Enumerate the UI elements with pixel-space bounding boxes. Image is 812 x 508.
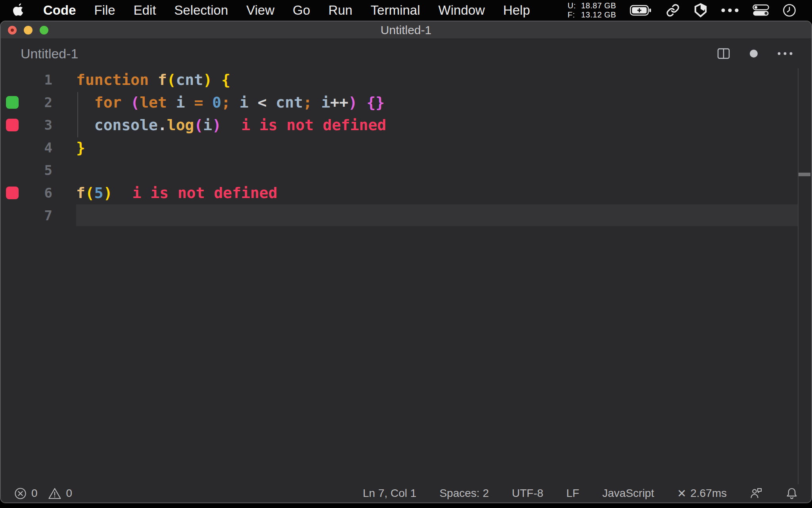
close-button[interactable] xyxy=(8,26,17,35)
menu-item-selection[interactable]: Selection xyxy=(165,3,237,18)
line-number: 2 xyxy=(1,94,52,110)
inline-error-annotation: i is not defined xyxy=(241,116,386,134)
menubar-left: CodeFileEditSelectionViewGoRunTerminalWi… xyxy=(0,3,539,18)
code-line-2[interactable]: 2 for (let i = 0; i < cnt; i++) {} xyxy=(1,91,811,114)
apple-menu-icon[interactable] xyxy=(13,3,25,17)
menu-item-window[interactable]: Window xyxy=(429,3,494,18)
inline-error-annotation: i is not defined xyxy=(132,184,278,202)
code-line-1[interactable]: 1function f(cnt) { xyxy=(1,68,811,91)
warning-icon xyxy=(48,487,61,500)
clock-icon[interactable] xyxy=(783,4,796,17)
problems-status[interactable]: 0 0 xyxy=(14,487,78,500)
line-number: 3 xyxy=(1,117,52,133)
feedback-icon[interactable] xyxy=(750,487,763,500)
menu-item-view[interactable]: View xyxy=(237,3,283,18)
statusbar-right: Ln 7, Col 1 Spaces: 2 UTF-8 LF JavaScrip… xyxy=(363,487,798,500)
memory-used-value: 18.87 GB xyxy=(581,1,616,10)
indent-guide xyxy=(77,92,78,137)
editor-actions xyxy=(717,47,793,60)
memory-used-label: U: xyxy=(567,1,581,10)
macos-menubar: CodeFileEditSelectionViewGoRunTerminalWi… xyxy=(0,0,812,21)
line-number: 6 xyxy=(1,185,52,201)
warning-count: 0 xyxy=(66,487,73,500)
battery-charging-icon[interactable] xyxy=(630,4,652,16)
code-editor[interactable]: 1function f(cnt) {2 for (let i = 0; i < … xyxy=(1,68,811,484)
code-line-7[interactable]: 7 xyxy=(1,204,811,227)
perf-time: 2.67ms xyxy=(690,487,727,500)
error-count: 0 xyxy=(31,487,38,500)
minimize-button[interactable] xyxy=(24,26,33,35)
line-number: 5 xyxy=(1,162,52,178)
menu-item-go[interactable]: Go xyxy=(283,3,319,18)
menu-item-help[interactable]: Help xyxy=(494,3,539,18)
tab-untitled-1[interactable]: Untitled-1 xyxy=(21,46,79,62)
code-text: f(5)i is not defined xyxy=(76,184,278,202)
memory-free-label: F: xyxy=(567,10,581,19)
menu-item-terminal[interactable]: Terminal xyxy=(362,3,429,18)
console-ninja-status[interactable]: ✕ 2.67ms xyxy=(677,487,727,500)
line-number: 1 xyxy=(1,72,52,88)
memory-status: U:18.87 GB F:13.12 GB xyxy=(567,1,616,19)
vscode-window: Untitled-1 Untitled-1 1function f(cnt) {… xyxy=(0,21,812,503)
code-line-5[interactable]: 5 xyxy=(1,159,811,181)
eol-setting[interactable]: LF xyxy=(566,487,579,500)
cube-icon[interactable] xyxy=(694,3,707,17)
traffic-lights xyxy=(8,21,48,38)
window-title: Untitled-1 xyxy=(381,23,431,37)
control-center-icon[interactable] xyxy=(753,4,769,16)
ellipsis-icon[interactable] xyxy=(721,8,739,13)
encoding-setting[interactable]: UTF-8 xyxy=(512,487,543,500)
window-titlebar[interactable]: Untitled-1 xyxy=(1,21,811,39)
memory-free-value: 13.12 GB xyxy=(581,10,616,19)
zoom-button[interactable] xyxy=(40,26,48,35)
code-text: for (let i = 0; i < cnt; i++) {} xyxy=(76,94,385,111)
menubar-items: CodeFileEditSelectionViewGoRunTerminalWi… xyxy=(34,3,539,18)
menubar-right: U:18.87 GB F:13.12 GB xyxy=(567,1,812,19)
cursor-position[interactable]: Ln 7, Col 1 xyxy=(363,487,416,500)
code-text: } xyxy=(76,139,85,156)
menu-item-file[interactable]: File xyxy=(85,3,124,18)
menu-item-edit[interactable]: Edit xyxy=(124,3,165,18)
language-mode[interactable]: JavaScript xyxy=(602,487,654,500)
overview-ruler[interactable] xyxy=(798,68,799,484)
overview-ruler-marker xyxy=(799,173,810,176)
console-ninja-x-icon: ✕ xyxy=(677,487,686,500)
code-line-6[interactable]: 6f(5)i is not defined xyxy=(1,181,811,204)
code-text: function f(cnt) { xyxy=(76,71,230,89)
menu-item-run[interactable]: Run xyxy=(319,3,362,18)
link-icon[interactable] xyxy=(665,4,680,17)
notifications-bell-icon[interactable] xyxy=(786,487,798,500)
unsaved-dot-icon[interactable] xyxy=(749,49,758,58)
indentation-setting[interactable]: Spaces: 2 xyxy=(439,487,489,500)
split-editor-icon[interactable] xyxy=(717,47,730,60)
code-text: console.log(i)i is not defined xyxy=(76,116,386,134)
current-line-highlight xyxy=(76,204,798,226)
line-number: 7 xyxy=(1,208,52,223)
error-icon xyxy=(14,487,27,500)
editor-header: Untitled-1 xyxy=(1,39,811,68)
code-line-3[interactable]: 3 console.log(i)i is not defined xyxy=(1,114,811,136)
menu-item-code[interactable]: Code xyxy=(34,3,85,18)
line-number: 4 xyxy=(1,140,52,156)
status-bar: 0 0 Ln 7, Col 1 Spaces: 2 UTF-8 LF JavaS… xyxy=(1,484,811,502)
more-actions-icon[interactable] xyxy=(777,52,793,55)
code-lines: 1function f(cnt) {2 for (let i = 0; i < … xyxy=(1,68,811,227)
code-line-4[interactable]: 4} xyxy=(1,136,811,159)
